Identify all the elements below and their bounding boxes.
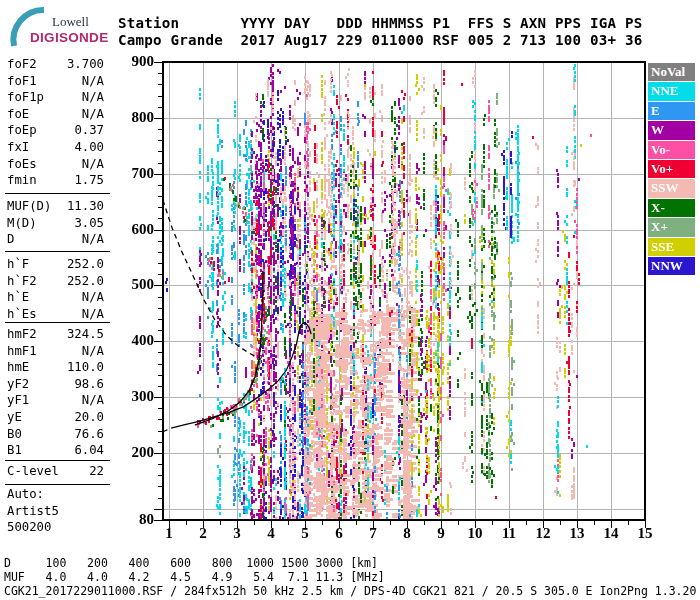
header-field-names: Station YYYY DAY DDD HHMMSS P1 FFS S AXN… <box>118 15 643 32</box>
x-axis-label-1: 1 <box>157 525 181 542</box>
param-row-hme: hmE110.0 <box>7 360 104 374</box>
y-axis-label-80: 80 <box>112 511 154 528</box>
param-row-ye: yE20.0 <box>7 410 104 424</box>
muf-frequency-row: MUF 4.0 4.0 4.2 4.5 4.9 5.4 7.1 11.3 [MH… <box>4 570 385 584</box>
param-label: h`F <box>7 257 29 271</box>
param-value: 76.6 <box>74 427 104 441</box>
param-value: N/A <box>82 157 104 171</box>
param-value: 11.30 <box>67 199 104 213</box>
param-label: fxI <box>7 140 29 154</box>
param-row-foe: foEN/A <box>7 107 104 121</box>
param-divider <box>5 322 110 323</box>
legend-item-noval: NoVal <box>648 63 695 81</box>
param-value: 3.05 <box>74 216 104 230</box>
legend-item-ssw: SSW <box>648 179 695 197</box>
legend-item-nne: NNE <box>648 82 695 100</box>
param-label: MUF(D) <box>7 199 51 213</box>
param-label: Artist5 <box>7 504 59 518</box>
param-value: 252.0 <box>67 257 104 271</box>
param-value: 110.0 <box>67 360 104 374</box>
param-label: B1 <box>7 443 22 457</box>
y-axis-label-200: 200 <box>112 444 154 461</box>
param-row-fxi: fxI4.00 <box>7 140 104 154</box>
param-divider <box>5 193 110 194</box>
param-value: 1.75 <box>74 173 104 187</box>
digisonde-logo: Lowell DIGISONDE <box>4 4 116 48</box>
param-row-hf: h`F252.0 <box>7 257 104 271</box>
x-axis-label-5: 5 <box>293 525 317 542</box>
x-axis-label-10: 10 <box>463 525 487 542</box>
param-row-hmf2: hmF2324.5 <box>7 327 104 341</box>
x-axis-label-6: 6 <box>327 525 351 542</box>
x-axis-label-4: 4 <box>259 525 283 542</box>
param-row-fmin: fmin1.75 <box>7 173 104 187</box>
muf-distance-row: D 100 200 400 600 800 1000 1500 3000 [km… <box>4 556 378 570</box>
ionogram-window: Lowell DIGISONDE Station YYYY DAY DDD HH… <box>0 0 700 600</box>
logo-lowell-text: Lowell <box>52 14 89 30</box>
x-axis-label-15: 15 <box>633 525 657 542</box>
param-value: 324.5 <box>67 327 104 341</box>
param-row-fof1: foF1N/A <box>7 74 104 88</box>
legend-item-nnw: NNW <box>648 257 695 275</box>
param-label: foEs <box>7 157 37 171</box>
param-row-hmf1: hmF1N/A <box>7 344 104 358</box>
legend-item-x: X- <box>648 199 695 217</box>
param-label: foF1p <box>7 90 44 104</box>
param-label: foF2 <box>7 57 37 71</box>
param-row-foes: foEsN/A <box>7 157 104 171</box>
x-axis-label-8: 8 <box>395 525 419 542</box>
param-label: D <box>7 232 14 246</box>
legend-item-vo: Vo- <box>648 141 695 159</box>
param-label: yF2 <box>7 377 29 391</box>
x-axis-label-2: 2 <box>191 525 215 542</box>
param-label: 500200 <box>7 520 51 534</box>
file-info-row: CGK21_2017229011000.RSF / 284fx512h 50 k… <box>4 584 696 598</box>
param-row-mufd: MUF(D)11.30 <box>7 199 104 213</box>
x-axis-label-14: 14 <box>599 525 623 542</box>
param-value: 4.00 <box>74 140 104 154</box>
param-row-clevel: C-level22 <box>7 464 104 478</box>
param-row-auto: Auto: <box>7 487 104 501</box>
legend-item-e: E <box>648 102 695 120</box>
legend-item-sse: SSE <box>648 238 695 256</box>
param-label: foF1 <box>7 74 37 88</box>
x-axis-label-3: 3 <box>225 525 249 542</box>
param-label: Auto: <box>7 487 44 501</box>
x-axis-label-12: 12 <box>531 525 555 542</box>
param-row-fof1p: foF1pN/A <box>7 90 104 104</box>
x-axis-label-11: 11 <box>497 525 521 542</box>
param-label: hmF2 <box>7 327 37 341</box>
param-label: C-level <box>7 464 59 478</box>
param-value: N/A <box>82 393 104 407</box>
param-label: foEp <box>7 123 37 137</box>
legend-item-vo: Vo+ <box>648 160 695 178</box>
param-label: foE <box>7 107 29 121</box>
param-row-b0: B076.6 <box>7 427 104 441</box>
param-value: N/A <box>82 344 104 358</box>
ionogram-plot-canvas <box>0 0 700 600</box>
param-row-yf1: yF1N/A <box>7 393 104 407</box>
param-value: N/A <box>82 232 104 246</box>
param-row-hf2: h`F2252.0 <box>7 274 104 288</box>
y-axis-label-400: 400 <box>112 332 154 349</box>
param-label: h`F2 <box>7 274 37 288</box>
param-row-500200: 500200 <box>7 520 104 534</box>
param-row-foep: foEp0.37 <box>7 123 104 137</box>
param-row-he: h`EN/A <box>7 290 104 304</box>
x-axis-label-7: 7 <box>361 525 385 542</box>
x-axis-label-9: 9 <box>429 525 453 542</box>
header-field-values: Campo Grande 2017 Aug17 229 011000 RSF 0… <box>118 32 643 49</box>
param-divider <box>5 484 110 485</box>
param-value: N/A <box>82 307 104 321</box>
x-axis-label-13: 13 <box>565 525 589 542</box>
param-value: N/A <box>82 290 104 304</box>
param-divider <box>5 251 110 252</box>
param-label: h`Es <box>7 307 37 321</box>
param-label: hmE <box>7 360 29 374</box>
param-value: N/A <box>82 74 104 88</box>
param-label: fmin <box>7 173 37 187</box>
y-axis-label-600: 600 <box>112 221 154 238</box>
param-value: 22 <box>89 464 104 478</box>
param-label: hmF1 <box>7 344 37 358</box>
y-axis-label-900: 900 <box>112 53 154 70</box>
